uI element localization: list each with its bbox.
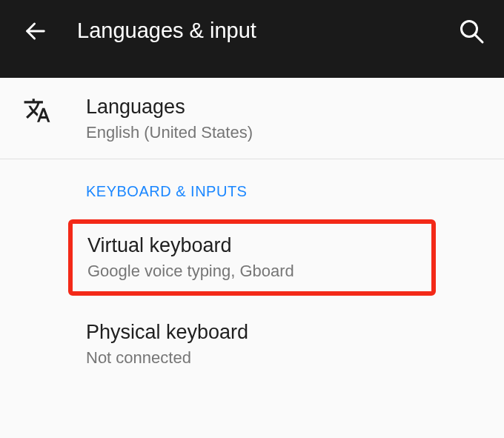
virtual-keyboard-title: Virtual keyboard — [87, 233, 417, 259]
search-button[interactable] — [454, 13, 489, 49]
section-header-keyboard: KEYBOARD & INPUTS — [0, 159, 504, 209]
physical-keyboard-title: Physical keyboard — [86, 319, 489, 345]
search-icon — [458, 18, 485, 44]
app-bar: Languages & input — [0, 0, 504, 78]
languages-title: Languages — [86, 94, 253, 120]
virtual-keyboard-text: Virtual keyboard Google voice typing, Gb… — [87, 233, 417, 281]
page-title: Languages & input — [77, 19, 454, 43]
svg-line-2 — [475, 34, 483, 42]
virtual-keyboard-item[interactable]: Virtual keyboard Google voice typing, Gb… — [68, 219, 436, 296]
content-area: Languages English (United States) KEYBOA… — [0, 78, 504, 384]
back-button[interactable] — [18, 13, 53, 49]
physical-keyboard-subtitle: Not connected — [86, 348, 489, 368]
physical-keyboard-item[interactable]: Physical keyboard Not connected — [0, 305, 504, 384]
translate-icon — [22, 96, 52, 125]
virtual-keyboard-subtitle: Google voice typing, Gboard — [87, 262, 417, 281]
physical-keyboard-text: Physical keyboard Not connected — [86, 319, 489, 368]
languages-text: Languages English (United States) — [86, 94, 253, 142]
languages-item[interactable]: Languages English (United States) — [0, 78, 504, 159]
back-arrow-icon — [23, 19, 48, 44]
languages-subtitle: English (United States) — [86, 123, 253, 142]
